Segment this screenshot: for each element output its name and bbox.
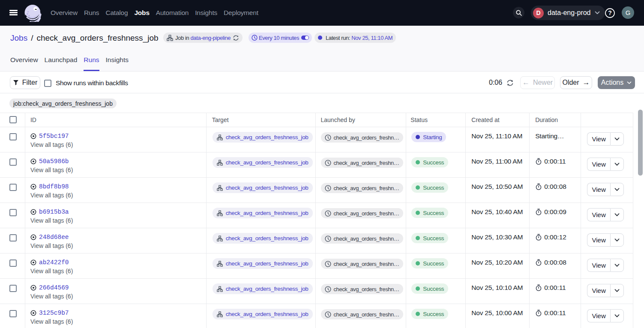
svg-text:?: ? [608, 9, 612, 16]
